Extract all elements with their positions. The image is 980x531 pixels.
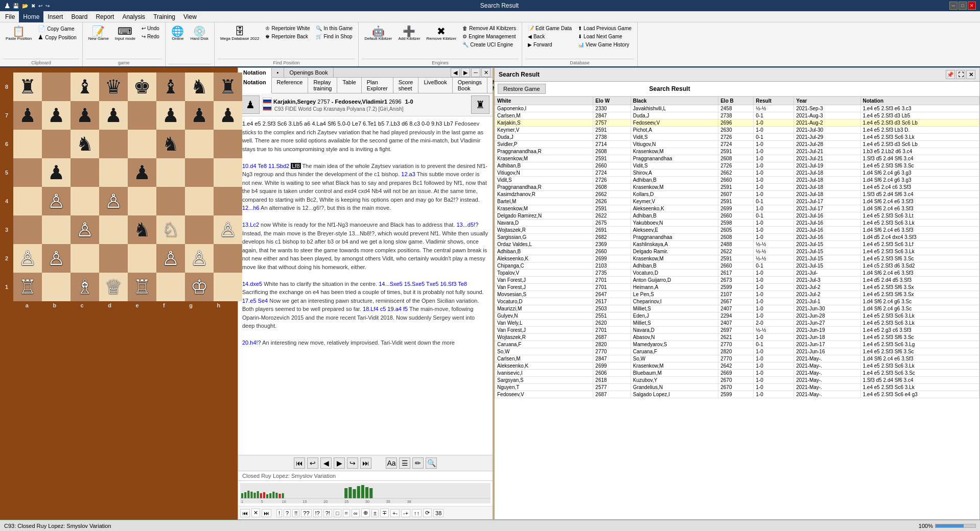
undo-button[interactable]: ↩ Undo	[139, 25, 162, 32]
subtab-score[interactable]: Score sheet	[393, 78, 419, 93]
add-kibitzer-button[interactable]: ➕ Add Kibitzer	[395, 25, 423, 42]
chess-piece[interactable]: ♟	[19, 106, 36, 125]
chess-square[interactable]: ♞	[156, 130, 185, 158]
chess-square[interactable]	[214, 244, 242, 273]
chess-square[interactable]: ♞	[128, 215, 156, 244]
ann-sym-unclear[interactable]: ∞	[352, 509, 360, 517]
ann-sym-interesting[interactable]: !?	[313, 509, 322, 517]
move-18[interactable]: 18.Lf4 c5 19.a4 f5	[363, 306, 408, 312]
table-row[interactable]: Krasenkow,M2591Alekseenko,K26991-02021-J…	[495, 205, 979, 212]
chess-square[interactable]	[156, 158, 185, 187]
chess-piece[interactable]: ♕	[105, 277, 122, 297]
chess-square[interactable]	[156, 187, 185, 215]
nav-edit[interactable]: ✏	[412, 457, 424, 469]
table-row[interactable]: Wojtaszek,R2687Abasov,N26211-02021-Jun-1…	[495, 334, 979, 341]
ann-sym-adv-b[interactable]: ∓	[380, 509, 389, 517]
copy-game-button[interactable]: 📄 Copy Game	[35, 25, 79, 33]
chess-piece[interactable]: ♙	[19, 249, 36, 268]
subtab-livebook[interactable]: LiveBook	[418, 78, 452, 93]
chess-square[interactable]: ♘	[156, 215, 185, 244]
menu-analysis[interactable]: Analysis	[118, 11, 149, 22]
table-row[interactable]: Vidit,S2726Adhiban,B26601-02021-Jul-181.…	[495, 177, 979, 184]
col-notation[interactable]: Notation	[860, 97, 979, 105]
chess-square[interactable]	[42, 215, 71, 244]
chess-piece[interactable]: ♔	[191, 277, 208, 297]
chess-piece[interactable]: ♖	[133, 277, 151, 297]
ann-sym-only[interactable]: □	[334, 509, 341, 517]
tab-notation[interactable]: Notation	[238, 68, 272, 78]
ann-sym-adv-w[interactable]: ±	[371, 509, 379, 517]
chess-piece[interactable]: ♟	[48, 163, 65, 182]
chess-square[interactable]: ♟	[42, 158, 71, 187]
table-row[interactable]: Carlsen,M2847So,W27701-02021-May-.1.d4 S…	[495, 355, 979, 363]
ann-sym-dubious[interactable]: ?!	[323, 509, 332, 517]
move-17[interactable]: 17.e5 Se4	[242, 298, 268, 304]
forward-button[interactable]: ▶ Forward	[525, 41, 574, 49]
ann-sym-win-b[interactable]: -+	[401, 509, 410, 517]
chess-square[interactable]	[185, 215, 214, 244]
chess-piece[interactable]: ♖	[19, 277, 36, 297]
new-game-button[interactable]: 📝 New Game	[86, 25, 111, 42]
chess-piece[interactable]: ♚	[133, 77, 151, 96]
table-row[interactable]: Chipanga,C2103Adhiban,B26600-12021-Jul-1…	[495, 262, 979, 270]
col-elo-w[interactable]: Elo W	[593, 97, 631, 105]
ann-sym-bad[interactable]: ?	[284, 509, 291, 517]
move-20[interactable]: 20.h4!?	[242, 340, 261, 346]
table-row[interactable]: Sargsyan,S2618Kuzubov,Y26701-02021-May-.…	[495, 377, 979, 384]
chess-square[interactable]	[99, 215, 128, 244]
move-14[interactable]: 14.dxe5	[242, 281, 262, 287]
chess-piece[interactable]: ♙	[105, 191, 122, 211]
chess-square[interactable]	[99, 130, 128, 158]
menu-training[interactable]: Training	[149, 11, 179, 22]
chess-square[interactable]	[99, 244, 128, 273]
chess-square[interactable]: ♟	[42, 101, 71, 130]
subtab-replay[interactable]: Replay training	[308, 78, 337, 93]
chess-piece[interactable]: ♜	[219, 77, 237, 96]
nav-first[interactable]: ⏮	[294, 457, 305, 469]
panel-tab-extra-2[interactable]: ▶	[461, 68, 470, 77]
table-row[interactable]: Wojtaszek,R2691Alekseev,E26051-02021-Jul…	[495, 227, 979, 234]
chess-square[interactable]	[71, 187, 99, 215]
tb-icon-2[interactable]: 📂	[22, 3, 28, 9]
move-12h6[interactable]: 12...h6	[242, 205, 260, 211]
chess-square[interactable]: ♞	[185, 73, 214, 101]
chess-piece[interactable]: ♟	[48, 106, 65, 125]
chess-piece[interactable]: ♙	[76, 220, 94, 239]
chess-square[interactable]	[128, 244, 156, 273]
chess-piece[interactable]: ♜	[19, 77, 36, 96]
ann-nav-x[interactable]: ✕	[251, 509, 260, 517]
chess-square[interactable]: ♜	[13, 73, 42, 101]
panel-collapse-btn[interactable]: ─	[471, 68, 480, 77]
nav-last[interactable]: ⏭	[360, 457, 371, 469]
chess-square[interactable]	[185, 158, 214, 187]
back-button[interactable]: ◀ Back	[525, 33, 574, 40]
rep-white-button[interactable]: ♔ Repertoire White	[263, 25, 312, 32]
col-white[interactable]: White	[495, 97, 593, 105]
menu-insert[interactable]: Insert	[43, 11, 67, 22]
chess-square[interactable]: ♙	[13, 244, 42, 273]
table-row[interactable]: Kasimdzhanov,R2662Kollars,D26071-02021-J…	[495, 191, 979, 198]
chess-square[interactable]	[71, 244, 99, 273]
redo-button[interactable]: ↪ Redo	[139, 33, 162, 40]
view-history-button[interactable]: 📊 View Game History	[575, 41, 634, 49]
chess-piece[interactable]: ♟	[133, 163, 151, 182]
chess-square[interactable]: ♟	[99, 101, 128, 130]
chess-piece[interactable]: ♗	[76, 277, 94, 297]
chess-piece[interactable]: ♞	[162, 134, 179, 154]
chess-piece[interactable]: ♟	[105, 106, 122, 125]
nav-prev[interactable]: ◀	[320, 457, 332, 469]
panel-tab-extra-1[interactable]: ◀	[451, 68, 460, 77]
find-shop-button[interactable]: 🛒 Find in Shop	[313, 33, 355, 40]
chess-square[interactable]: ♟	[214, 101, 242, 130]
edit-game-data-button[interactable]: 📝 Edit Game Data	[525, 25, 574, 32]
chess-square[interactable]: ♛	[99, 73, 128, 101]
table-row[interactable]: Praggnanandhaa,R2608Krasenkow,M25911-020…	[495, 148, 979, 155]
chess-square[interactable]: ♟	[13, 101, 42, 130]
table-row[interactable]: Duda,J2738Vidit,S27260-12021-Jul-291.e4 …	[495, 134, 979, 141]
input-mode-button[interactable]: ⌨ Input mode	[112, 25, 138, 42]
subtab-notation[interactable]: Notation	[238, 78, 272, 93]
table-row[interactable]: Karjakin,S2757Fedoseev,V26961-02021-Aug-…	[495, 119, 979, 127]
ann-nav-last[interactable]: ⏭	[262, 509, 271, 517]
chess-square[interactable]	[13, 130, 42, 158]
chess-square[interactable]	[214, 273, 242, 301]
